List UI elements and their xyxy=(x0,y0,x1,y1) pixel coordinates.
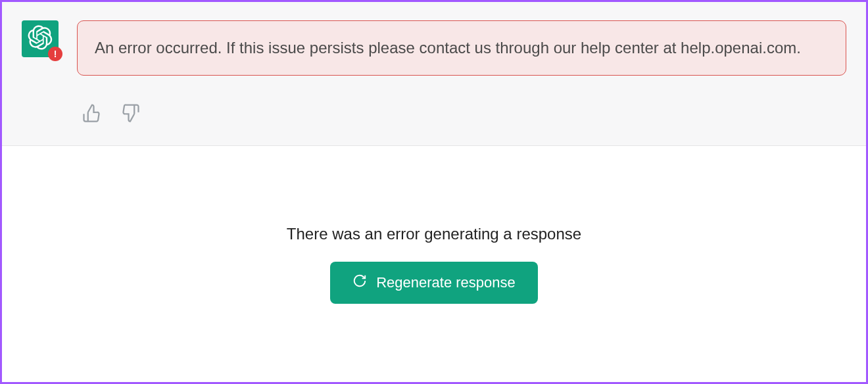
error-message-text: An error occurred. If this issue persist… xyxy=(95,39,801,57)
thumbs-up-button[interactable] xyxy=(82,103,102,126)
error-banner: An error occurred. If this issue persist… xyxy=(77,20,846,76)
error-badge-icon: ! xyxy=(48,47,62,61)
error-generating-text: There was an error generating a response xyxy=(287,225,581,243)
feedback-row xyxy=(77,103,846,126)
app-frame: ! An error occurred. If this issue persi… xyxy=(0,0,868,384)
thumbs-up-icon xyxy=(82,103,102,126)
openai-logo-icon xyxy=(28,25,53,53)
message-content: An error occurred. If this issue persist… xyxy=(77,20,846,126)
refresh-icon xyxy=(352,274,367,292)
regenerate-button[interactable]: Regenerate response xyxy=(330,262,538,304)
thumbs-down-button[interactable] xyxy=(120,103,140,126)
thumbs-down-icon xyxy=(120,103,140,126)
regenerate-label: Regenerate response xyxy=(376,274,516,291)
footer-area: There was an error generating a response… xyxy=(2,146,866,382)
assistant-avatar-wrap: ! xyxy=(22,20,59,57)
assistant-message-row: ! An error occurred. If this issue persi… xyxy=(2,2,866,146)
